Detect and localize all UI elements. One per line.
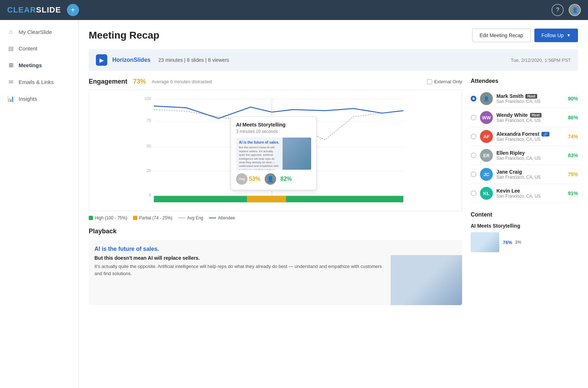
app-body: ⌂ My ClearSlide ▤ Content ⊞ Meetings ✉ E…: [0, 20, 588, 388]
tooltip-slide-preview: AI is the future of sales. But this does…: [236, 138, 311, 170]
nav-right: ? 👤: [552, 4, 581, 16]
svg-rect-11: [247, 196, 286, 202]
nav-left: CLEARSLIDE +: [7, 4, 79, 16]
two-column-layout: Engagement 73% Average 6 minutes distrac…: [89, 78, 578, 305]
playback-body-title: But this doesn't mean AI will replace se…: [94, 255, 385, 261]
attendee-location: San Francisco, CA, US: [496, 99, 562, 104]
user-avatar-button[interactable]: 👤: [569, 4, 581, 16]
attendee-percentage: 90%: [565, 96, 578, 101]
sidebar: ⌂ My ClearSlide ▤ Content ⊞ Meetings ✉ E…: [0, 20, 79, 388]
sidebar-item-insights[interactable]: 📊 Insights: [0, 90, 78, 107]
sidebar-item-label: Insights: [19, 96, 37, 102]
host-badge: Host: [530, 113, 542, 118]
sidebar-item-label: Emails & Links: [19, 79, 54, 85]
attendee-item[interactable]: JC Jane Craig San Francisco, CA, US 75%: [471, 165, 578, 184]
legend-partial-label: Partial (74 - 25%): [139, 215, 172, 220]
attendee-name: Kevin Lee: [496, 188, 562, 194]
attendee-avatar: KL: [480, 187, 493, 200]
sidebar-item-emails-links[interactable]: ✉ Emails & Links: [0, 74, 78, 90]
attendee-name: Wendy White Host: [496, 112, 562, 118]
attendee-radio[interactable]: [471, 153, 476, 158]
content-thumbnail[interactable]: 76% 3%: [471, 232, 578, 252]
attendee-radio[interactable]: [471, 134, 476, 139]
attendee-avatar: WW: [480, 111, 493, 124]
engagement-header: Engagement 73% Average 6 minutes distrac…: [89, 78, 462, 85]
avg-circle: Avg: [236, 173, 248, 185]
engagement-label: Engagement: [89, 78, 127, 85]
external-only-checkbox[interactable]: [427, 79, 432, 84]
external-only-filter[interactable]: External Only: [427, 79, 462, 84]
attendee-info: Mark Smith Host San Francisco, CA, US: [496, 93, 562, 104]
chart-legend: High (100 - 75%) Partial (74 - 25%) Avg …: [89, 215, 462, 220]
external-only-label: External Only: [434, 79, 462, 84]
attendee-item[interactable]: WW Wendy White Host San Francisco, CA, U…: [471, 108, 578, 127]
attendee-name: Ellen Ripley: [496, 150, 562, 156]
attendee-radio[interactable]: [471, 96, 476, 101]
meeting-play-icon: ▶: [96, 54, 107, 66]
slide-text-body: But this doesn't mean AI will replace se…: [239, 146, 280, 170]
attendee-radio[interactable]: [471, 190, 476, 196]
playback-image-area: But this doesn't mean AI will replace se…: [89, 255, 462, 305]
attendee-radio[interactable]: [471, 171, 476, 177]
tooltip-duration: 3 minutes 10 seconds: [236, 129, 311, 134]
legend-high-color: [89, 216, 93, 220]
attendee-name: Jane Craig: [496, 169, 562, 175]
follow-up-label: Follow Up: [542, 33, 564, 38]
slide-text-title: AI is the future of sales.: [239, 140, 280, 144]
attendee-radio[interactable]: [471, 115, 476, 120]
legend-partial: Partial (74 - 25%): [133, 215, 172, 220]
attendee-info: Alexandra Forrest 🔗 San Francisco, CA, U…: [496, 131, 562, 142]
engagement-subtext: Average 6 minutes distracted: [152, 79, 212, 84]
playback-body-text: It's actually quite the opposite. Artifi…: [94, 263, 385, 277]
meeting-meta: 23 minutes | 8 slides | 8 viewers: [158, 57, 229, 63]
tooltip-avg: Avg 53%: [236, 173, 260, 185]
meeting-title[interactable]: HorizonSlides: [112, 57, 151, 63]
content-section-title: Content: [471, 212, 578, 218]
svg-text:25: 25: [147, 168, 151, 173]
home-icon: ⌂: [7, 29, 14, 35]
insights-icon: 📊: [7, 95, 14, 102]
att-percentage: 82%: [280, 176, 292, 182]
attendee-avatar: AF: [480, 130, 493, 143]
attendee-item[interactable]: ER Ellen Ripley San Francisco, CA, US 83…: [471, 146, 578, 165]
playback-preview[interactable]: AI is the future of sales. But this does…: [89, 240, 462, 305]
content-section: Content AI Meets Storytelling 76% 3%: [471, 212, 578, 252]
engagement-percentage: 73%: [133, 78, 146, 85]
add-button[interactable]: +: [67, 4, 79, 16]
attendee-percentage: 74%: [565, 134, 578, 139]
svg-text:100: 100: [144, 96, 151, 101]
attendee-percentage: 75%: [565, 171, 578, 177]
playback-section-title: Playback: [89, 228, 462, 235]
sidebar-item-meetings[interactable]: ⊞ Meetings: [0, 57, 78, 74]
legend-high-label: High (100 - 75%): [95, 215, 127, 220]
follow-up-button[interactable]: Follow Up ▼: [534, 29, 578, 42]
avg-percentage: 53%: [249, 176, 260, 182]
legend-att-line: [209, 218, 216, 218]
attendee-item[interactable]: AF Alexandra Forrest 🔗 San Francisco, CA…: [471, 127, 578, 146]
attendee-item[interactable]: KL Kevin Lee San Francisco, CA, US 91%: [471, 184, 578, 203]
attendee-percentage: 83%: [565, 153, 578, 158]
attendee-location: San Francisco, CA, US: [496, 156, 562, 161]
sidebar-item-content[interactable]: ▤ Content: [0, 40, 78, 57]
attendee-name: Alexandra Forrest 🔗: [496, 131, 562, 137]
attendee-item[interactable]: 👤 Mark Smith Host San Francisco, CA, US …: [471, 89, 578, 108]
meeting-info-bar: ▶ HorizonSlides 23 minutes | 8 slides | …: [89, 49, 578, 71]
attendee-location: San Francisco, CA, US: [496, 194, 562, 199]
dropdown-arrow-icon: ▼: [567, 33, 571, 38]
attendees-title: Attendees: [471, 78, 578, 84]
engagement-chart[interactable]: 100 75 50 25 0: [89, 90, 462, 211]
meeting-date: Tue, 2/12/2020, 1:56PM PST: [511, 58, 571, 63]
help-button[interactable]: ?: [552, 4, 564, 16]
svg-text:50: 50: [147, 144, 151, 148]
logo-slide: SLIDE: [36, 5, 61, 14]
legend-partial-color: [133, 216, 137, 220]
page-title: Meeting Recap: [89, 30, 160, 41]
content-icon: ▤: [7, 45, 14, 52]
attendee-info: Jane Craig San Francisco, CA, US: [496, 169, 562, 180]
main-content: Meeting Recap Edit Meeting Recap Follow …: [79, 20, 588, 388]
sidebar-item-my-clearslide[interactable]: ⌂ My ClearSlide: [0, 24, 78, 40]
legend-avg-line: [178, 218, 185, 218]
attendee-name: Mark Smith Host: [496, 93, 562, 99]
edit-meeting-recap-button[interactable]: Edit Meeting Recap: [472, 29, 531, 42]
slide-text-area: AI is the future of sales. But this does…: [236, 138, 283, 170]
